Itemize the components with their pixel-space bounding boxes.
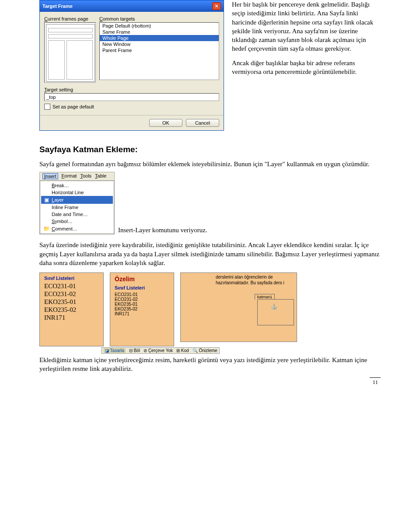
dialog-title: Target Frame bbox=[42, 3, 73, 9]
menu-item-layer[interactable]: ▣Layer bbox=[41, 196, 113, 204]
view-strip: ◪ Tasarla ⊟ Böl ⊘ Çerçeve Yok ⊞ Kod 🔍 Ön… bbox=[102, 347, 220, 354]
panel-left: Sınıf Listeleri ECO231-01 ECO231-02 EKO2… bbox=[39, 272, 104, 346]
panel-title: Özelim bbox=[115, 276, 169, 283]
cancel-button[interactable]: Cancel bbox=[186, 119, 219, 127]
view-split[interactable]: ⊟ Böl bbox=[129, 348, 140, 353]
para-2: Sayfa üzerinde istediğiniz yere kaydırab… bbox=[39, 241, 381, 267]
section-heading: Sayfaya Katman Ekleme: bbox=[39, 145, 381, 154]
close-icon[interactable]: × bbox=[212, 2, 221, 10]
katman-box[interactable] bbox=[257, 299, 294, 325]
side-p1: Her bir başlık bir pencereye denk gelmel… bbox=[232, 0, 381, 53]
para-3: Eklediğimiz katman içine yerleştireceğim… bbox=[39, 356, 381, 373]
layers-figure: Sınıf Listeleri ECO231-01 ECO231-02 EKO2… bbox=[39, 272, 381, 346]
para-1: Sayfa genel formatından ayrı bağımsız bö… bbox=[39, 160, 381, 168]
side-explanation: Her bir başlık bir pencereye denk gelmel… bbox=[232, 0, 381, 81]
list-item: EKO235-01 bbox=[115, 302, 169, 307]
menu-format[interactable]: Format bbox=[62, 173, 77, 179]
list-item[interactable]: New Window bbox=[100, 41, 219, 47]
list-item[interactable]: Parent Frame bbox=[100, 47, 219, 53]
menu-item-break[interactable]: Break… bbox=[41, 182, 113, 189]
anchor-icon: ⚓ bbox=[271, 304, 277, 310]
dialog-titlebar: Target Frame × bbox=[40, 0, 224, 12]
set-default-label: Set as page default bbox=[52, 104, 94, 109]
view-code[interactable]: ⊞ Kod bbox=[176, 348, 189, 353]
list-item: EKO235-02 bbox=[44, 306, 99, 314]
common-targets-label: Common targets bbox=[99, 16, 219, 21]
list-item[interactable]: Same Frame bbox=[100, 29, 219, 35]
view-design[interactable]: ◪ Tasarla bbox=[104, 348, 126, 353]
menu-insert[interactable]: Insert bbox=[42, 173, 58, 179]
insert-menu-screenshot: Insert Format Tools Table Break… Horizon… bbox=[39, 172, 115, 234]
list-item: ECO231-02 bbox=[44, 290, 99, 298]
menu-item-date[interactable]: Date and Time… bbox=[41, 211, 113, 218]
list-item: ECO231-01 bbox=[115, 292, 169, 297]
set-default-row[interactable]: Set as page default bbox=[44, 104, 219, 110]
target-setting-input[interactable] bbox=[44, 93, 219, 101]
menu-item-hrule[interactable]: Horizontal Line bbox=[41, 189, 113, 196]
panel-right: derslerini alan öğrencilerin de hazırlan… bbox=[180, 272, 297, 342]
list-item: INR171 bbox=[115, 311, 169, 316]
menu-caption: Insert-Layer komutunu veriyoruz. bbox=[118, 226, 207, 234]
frame-preview[interactable] bbox=[44, 22, 96, 83]
menu-item-symbol[interactable]: Symbol… bbox=[41, 218, 113, 225]
panel-subtitle: Sınıf Listeleri bbox=[115, 285, 169, 290]
menubar: Insert Format Tools Table bbox=[40, 172, 114, 181]
side-p2: Ancak diğer başlıklar başka bir adrese r… bbox=[232, 59, 381, 77]
list-item: EKO235-02 bbox=[115, 307, 169, 311]
view-noframe[interactable]: ⊘ Çerçeve Yok bbox=[144, 348, 173, 353]
list-item: INR171 bbox=[44, 314, 99, 321]
common-targets-listbox[interactable]: Page Default (rbottom) Same Frame Whole … bbox=[99, 22, 219, 80]
layer-icon: ▣ bbox=[43, 197, 50, 203]
panel-desc: derslerini alan öğrencilerin de hazırlan… bbox=[216, 275, 294, 286]
view-preview[interactable]: 🔍 Önizleme bbox=[192, 348, 217, 353]
list-item: EKO235-01 bbox=[44, 298, 99, 306]
page-number: 11 bbox=[370, 377, 381, 387]
menu-table[interactable]: Table bbox=[95, 173, 106, 179]
folder-icon: 📁 bbox=[43, 226, 50, 232]
checkbox-icon[interactable] bbox=[44, 104, 50, 110]
panel-mid: Özelim Sınıf Listeleri ECO231-01 ECO231-… bbox=[110, 272, 174, 346]
menu-item-iframe[interactable]: Inline Frame bbox=[41, 204, 113, 211]
list-item: ECO231-02 bbox=[115, 297, 169, 302]
list-item-selected[interactable]: Whole Page bbox=[100, 35, 219, 41]
panel-title: Sınıf Listeleri bbox=[44, 276, 99, 281]
target-setting-label: Target setting bbox=[44, 87, 219, 92]
ok-button[interactable]: OK bbox=[149, 119, 182, 127]
current-frames-label: Current frames page bbox=[44, 16, 92, 21]
list-item: ECO231-01 bbox=[44, 283, 99, 290]
menu-tools[interactable]: Tools bbox=[80, 173, 91, 179]
list-item[interactable]: Page Default (rbottom) bbox=[100, 23, 219, 29]
target-frame-dialog: Target Frame × Current frames page Comm bbox=[39, 0, 224, 131]
menu-item-comment[interactable]: 📁Comment… bbox=[41, 225, 113, 233]
